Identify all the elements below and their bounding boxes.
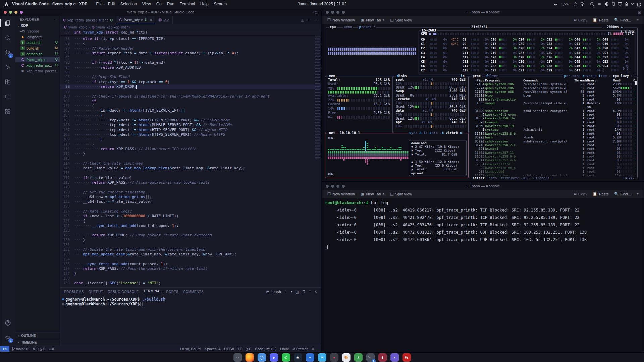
volume-icon[interactable] xyxy=(597,2,602,6)
file-tree-item[interactable]: ▸🗀.vscode xyxy=(15,28,60,34)
sticky-scroll-line[interactable]: 37int·fivem_xdp(struct·xdp_md·*ctx) xyxy=(60,30,321,35)
code-line-91[interactable]: 91········struct·tcphdr·*tcp·=·data·+·si… xyxy=(60,51,321,56)
panel-tab-comments[interactable]: COMMENTS xyxy=(183,290,204,294)
activitybar-search[interactable] xyxy=(3,33,12,43)
volume-icon[interactable]: ◁)) xyxy=(314,10,318,14)
proc-row[interactable]: 521kswapd11root0B0.0 xyxy=(471,147,635,150)
gauge-icon[interactable] xyxy=(553,2,558,6)
shell-label[interactable]: bash xyxy=(272,290,281,294)
code-line-111[interactable]: 111············return·XDP_PASS;·//·Allow… xyxy=(60,147,321,152)
copy-button[interactable]: ⧉Copy xyxy=(572,191,590,197)
proc-row[interactable]: 1systemd/sbin/init1root14M0.0 xyxy=(471,128,635,131)
hamburger-menu-icon[interactable]: ≡ xyxy=(634,191,641,197)
taskbar-konsole-icon[interactable]: >_+ xyxy=(366,353,375,362)
new-terminal-icon[interactable]: ＋ xyxy=(284,289,288,294)
code-line-115[interactable]: 115····rate_limit_value·=·bpf_map_lookup… xyxy=(60,166,321,171)
code-line-89[interactable]: 89····{ xyxy=(60,41,321,46)
code-line-92[interactable]: 92 xyxy=(60,56,321,60)
code-line-114[interactable]: 114····//·Check·the·rate·limit·map xyxy=(60,161,321,166)
code-line-104[interactable]: 104············( xyxy=(60,113,321,118)
panel-tab-debug-console[interactable]: DEBUG CONSOLE xyxy=(108,290,139,294)
file-tree-item[interactable]: $attach.shU xyxy=(15,40,60,45)
code-line-93[interactable]: 93········if·((void·*)(tcp·+·1)·>·data_e… xyxy=(60,60,321,65)
file-tree-item[interactable]: $detach.shU xyxy=(15,51,60,57)
proc-row[interactable]: 32212btopbtop2root5.7M0.0 xyxy=(471,94,635,97)
editor-tab-fivem_xdp.c[interactable]: Cfivem_xdp.cU× xyxy=(116,16,155,24)
find-button[interactable]: 🔍Find... xyxy=(612,191,634,197)
split-terminal-icon[interactable]: ◫ xyxy=(296,290,299,294)
code-line-132[interactable]: 132····//·Update·the·rate·limit·map·with… xyxy=(60,247,321,252)
taskbar-keepassxc-icon[interactable]: ⚷ xyxy=(354,353,363,362)
phone-icon[interactable] xyxy=(612,2,615,6)
menu-file[interactable]: File xyxy=(96,2,103,6)
workspace-root[interactable]: ⌄XDP xyxy=(15,23,60,28)
code-line-127[interactable]: 127········__sync_fetch_and_add(count_dr… xyxy=(60,224,321,228)
new-window-button[interactable]: ❐New Window xyxy=(325,17,357,23)
maximize-window-button[interactable] xyxy=(331,185,334,188)
git-branch[interactable]: main*⟳ xyxy=(12,347,29,351)
battery-icon[interactable] xyxy=(625,2,628,6)
taskbar-chromium-icon[interactable]: ◯ xyxy=(258,353,266,362)
code-line-135[interactable]: 135····__sync_fetch_and_add(count_passed… xyxy=(60,262,321,266)
vscode-titlebar[interactable]: fivem_xdp.c - XDP - Visual Studio Code ◁… xyxy=(0,8,321,16)
minimap[interactable] xyxy=(315,32,320,159)
menu-edit[interactable]: Edit xyxy=(108,2,115,6)
code-line-126[interactable]: 126····{ xyxy=(60,219,321,223)
proc-row[interactable]: 17274qemu-system-x86/usr/bin/qemu-system… xyxy=(471,86,635,90)
code-line-113[interactable]: 113 xyxy=(60,156,321,161)
pin-window-button[interactable] xyxy=(342,185,345,188)
taskbar-red-app-icon[interactable]: ▮ xyxy=(378,353,387,362)
status-()[interactable]: () C xyxy=(246,347,252,351)
proc-row[interactable]: 9kworker/0:1-even1root0B0.0 xyxy=(471,113,635,116)
code-editor[interactable]: 88····else·if·(ip->protocol·==·IPPROTO_T… xyxy=(60,35,321,287)
code-line-101[interactable]: 101········if xyxy=(60,99,321,104)
new-tab-button[interactable]: ▣New Tab ▾ xyxy=(359,191,386,197)
proc-row[interactable]: 520kswapd01root0B0.0 xyxy=(471,120,635,124)
code-line-90[interactable]: 90········//·Parse·TCP·header xyxy=(60,46,321,51)
ports-indicator[interactable]: ⌔0 xyxy=(49,347,54,351)
status-linux[interactable]: Linux xyxy=(280,347,288,351)
window-buttons[interactable] xyxy=(4,11,23,14)
account-icon[interactable] xyxy=(3,318,12,327)
activitybar-explorer[interactable] xyxy=(3,18,12,28)
more-actions-icon[interactable]: ⋯ xyxy=(314,18,318,22)
split-editor-icon[interactable]: ◫ xyxy=(301,18,304,22)
close-tab-icon[interactable]: × xyxy=(150,18,152,22)
code-line-105[interactable]: 105················tcp->dest·!=·htons(FI… xyxy=(60,118,321,123)
taskbar-filezilla-icon[interactable]: Fz xyxy=(402,353,411,362)
code-line-128[interactable]: 128 xyxy=(60,228,321,233)
kill-terminal-icon[interactable] xyxy=(302,290,306,294)
menu-view[interactable]: View xyxy=(142,2,151,6)
code-line-96[interactable]: 96········//·Drop·SYN·Flood xyxy=(60,75,321,79)
close-window-button[interactable] xyxy=(4,11,7,14)
minimize-window-button[interactable] xyxy=(336,11,339,14)
breadcrumb-file[interactable]: fivem_xdp.c xyxy=(68,25,87,29)
split-view-button[interactable]: ◫Split View xyxy=(388,17,415,23)
activitybar-extensions[interactable] xyxy=(3,77,12,87)
code-line-137[interactable]: 137} xyxy=(60,272,321,276)
copy-button[interactable]: ⧉Copy xyxy=(572,17,590,23)
code-line-102[interactable]: 102········( xyxy=(60,104,321,108)
code-line-88[interactable]: 88····else·if·(ip->protocol·==·IPPROTO_T… xyxy=(60,37,321,41)
code-line-123[interactable]: 123 xyxy=(60,204,321,209)
menu-terminal[interactable]: Terminal xyxy=(180,2,195,6)
settings-gear-icon[interactable]: 1 xyxy=(3,333,12,342)
remote-indicator[interactable]: >< xyxy=(0,346,9,352)
status-ln[interactable]: Ln 98, Col 29 xyxy=(180,347,201,351)
taskbar-kde-connect-icon[interactable]: ✈ xyxy=(318,353,326,362)
problems-indicator[interactable]: ⊗0△0 xyxy=(33,347,45,351)
outline-section[interactable]: ›OUTLINE xyxy=(15,332,60,339)
pin-window-button[interactable] xyxy=(20,11,23,14)
window-menu-icon[interactable]: ▣ xyxy=(638,10,641,14)
status-utf-8[interactable]: UTF-8 xyxy=(224,347,234,351)
code-line-129[interactable]: 129········return·XDP_DROP;·//·Drop·pack… xyxy=(60,233,321,238)
user-icon[interactable] xyxy=(574,2,578,6)
code-line-134[interactable]: 134 xyxy=(60,257,321,262)
code-line-108[interactable]: 108················tcp->dest·!=·htons(HT… xyxy=(60,132,321,137)
code-line-125[interactable]: 125····if·(now·-·last·<·(1000000000·/·RA… xyxy=(60,214,321,219)
paste-button[interactable]: 📋Paste xyxy=(590,17,611,23)
panel-tab-output[interactable]: OUTPUT xyxy=(89,290,103,294)
proc-row[interactable]: 17331kvm-pit/172741root0B0.0 xyxy=(471,162,635,166)
taskbar-insomnia-icon[interactable]: ◖ xyxy=(390,353,399,362)
code-line-107[interactable]: 107················tcp->dest·!=·htons(HT… xyxy=(60,128,321,132)
